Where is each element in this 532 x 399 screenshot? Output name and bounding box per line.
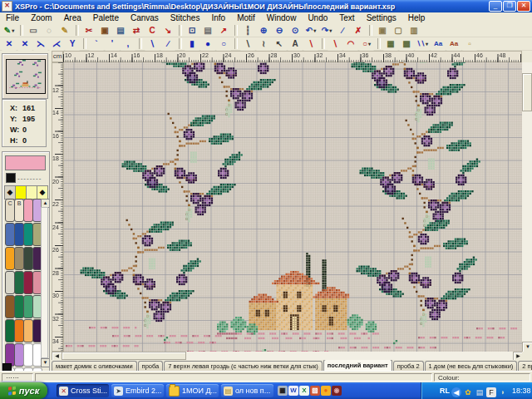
menu-zoom[interactable]: Zoom: [25, 12, 58, 23]
dropdown-arrow-icon[interactable]: ▾: [329, 27, 332, 33]
page-back-icon[interactable]: ▥: [406, 23, 421, 37]
taskbar-task[interactable]: ▤ол нов п...: [221, 384, 273, 397]
lasso-select-icon[interactable]: ◌: [42, 23, 57, 37]
palette-scrollbar[interactable]: [41, 207, 48, 358]
player-icon[interactable]: ◉: [332, 386, 342, 396]
font-latin-icon[interactable]: Aa: [431, 37, 446, 51]
pattern-preview-canvas[interactable]: [7, 60, 43, 91]
freehand-select-icon[interactable]: ✎: [57, 23, 72, 37]
half-stitch-left-icon[interactable]: ⋋: [33, 37, 48, 51]
tab-4[interactable]: последний вариант: [323, 360, 392, 371]
move-selection-icon[interactable]: ↘: [160, 23, 175, 37]
quarter-stitch-2-icon[interactable]: ': [105, 37, 120, 51]
dropdown-arrow-icon[interactable]: ▾: [12, 27, 14, 33]
start-button[interactable]: пуск: [0, 382, 47, 399]
couching-stitch-icon[interactable]: ∖: [328, 37, 342, 51]
motif-library-icon[interactable]: ▦: [383, 37, 398, 51]
menu-info[interactable]: Info: [205, 12, 231, 23]
color-a-cell[interactable]: [15, 185, 27, 200]
language-indicator[interactable]: RL: [440, 387, 450, 395]
page-new-icon[interactable]: ▢: [391, 23, 406, 37]
outline-knot-icon[interactable]: ○▾: [359, 37, 374, 51]
menu-motif[interactable]: Motif: [231, 12, 261, 23]
marquee-icon[interactable]: ▫: [462, 37, 477, 51]
full-cross-stitch-icon[interactable]: ✕: [2, 37, 17, 51]
monitor-icon[interactable]: ⊡: [185, 23, 200, 37]
blend-b-cell[interactable]: ◆: [37, 185, 48, 200]
redo-icon[interactable]: ↷▾: [319, 23, 334, 37]
taskbar-task[interactable]: ✕Cross Sti...: [57, 384, 109, 397]
tab-3[interactable]: 7 верхн левая гроздь (с частью ниж ветки…: [164, 361, 323, 371]
rotate-icon[interactable]: C: [145, 23, 160, 37]
stitch-sample-square[interactable]: [6, 173, 16, 183]
close-button[interactable]: ✕: [517, 1, 530, 12]
long-stitch-icon[interactable]: ∖: [240, 37, 255, 51]
tab-2[interactable]: проба: [138, 361, 164, 371]
pattern-canvas[interactable]: [63, 62, 523, 352]
word-icon[interactable]: W: [288, 386, 298, 396]
zoom-in-icon[interactable]: ⊕: [256, 23, 271, 37]
menu-palette[interactable]: Palette: [87, 12, 125, 23]
hide-icons-chevron[interactable]: ◀: [451, 387, 461, 397]
palette-scroll-down[interactable]: ▼: [41, 358, 50, 367]
menu-canvas[interactable]: Canvas: [125, 12, 165, 23]
font-tool-icon[interactable]: F: [486, 387, 496, 397]
messenger-icon[interactable]: ●: [321, 386, 331, 396]
menu-stitches[interactable]: Stitches: [165, 12, 206, 23]
page-copy-icon[interactable]: ▣: [375, 23, 390, 37]
straight-stitch-icon[interactable]: ▮: [185, 37, 200, 51]
taskbar-task[interactable]: ➤Embird 2...: [111, 384, 164, 397]
tab-6[interactable]: 1 дом (не весь для стыковки): [425, 361, 518, 371]
blend-a-cell[interactable]: ◆: [4, 185, 16, 200]
cut-icon[interactable]: ✂: [81, 23, 96, 37]
mail-icon[interactable]: ▤: [475, 387, 485, 397]
current-color-swatch[interactable]: [5, 155, 46, 170]
minimize-button[interactable]: _: [489, 1, 502, 12]
rya-stitch-icon[interactable]: ≀: [256, 37, 271, 51]
half-stitch-right-icon[interactable]: ⋌: [49, 37, 64, 51]
vertical-scroll-thumb[interactable]: [522, 73, 532, 111]
zoom-actual-icon[interactable]: ⊙: [288, 23, 303, 37]
dropdown-arrow-icon[interactable]: ▾: [368, 41, 371, 47]
zoom-out-icon[interactable]: ⊖: [272, 23, 287, 37]
line-tool-icon[interactable]: ∕: [335, 23, 350, 37]
bead-icon[interactable]: ●: [200, 37, 215, 51]
draw-tool-icon[interactable]: ✎▾: [2, 23, 17, 37]
french-knot-icon[interactable]: ○: [216, 37, 231, 51]
backstitch-right-icon[interactable]: ∕: [160, 37, 175, 51]
icq-flower-icon[interactable]: ✿: [463, 387, 473, 397]
rect-select-icon[interactable]: ▭: [26, 23, 41, 37]
menu-text[interactable]: Text: [333, 12, 360, 23]
tab-1[interactable]: макет домик с оливочками: [52, 361, 137, 371]
color-b-cell[interactable]: [26, 185, 37, 200]
print-icon[interactable]: ▤: [200, 23, 215, 37]
dropdown-arrow-icon[interactable]: ▾: [426, 41, 428, 47]
dropdown-arrow-icon[interactable]: ▾: [313, 27, 316, 33]
maximize-button[interactable]: ❐: [503, 1, 516, 12]
menu-settings[interactable]: Settings: [361, 12, 402, 23]
undo-icon[interactable]: ↶▾: [303, 23, 318, 37]
tab-5[interactable]: проба 2: [393, 361, 424, 371]
thread-icon[interactable]: ┇: [240, 23, 255, 37]
paste-icon[interactable]: ▤: [113, 23, 128, 37]
delete-icon[interactable]: ✗: [351, 23, 366, 37]
menu-undo[interactable]: Undo: [302, 12, 333, 23]
menu-area[interactable]: Area: [58, 12, 87, 23]
sequin-icon[interactable]: ↖: [272, 37, 287, 51]
backstitch-left-icon[interactable]: ∖: [145, 37, 160, 51]
taskbar-task[interactable]: 1МОИ Д...: [166, 384, 219, 397]
special-stitch-icon[interactable]: ∖: [303, 37, 318, 51]
calculator-icon[interactable]: ▦: [278, 386, 288, 396]
backstitch-pair-icon[interactable]: ∖∖▾: [415, 37, 430, 51]
horizontal-scroll-thumb[interactable]: [62, 352, 186, 360]
paint-icon[interactable]: ▧: [310, 386, 320, 396]
hardanger-icon[interactable]: A: [288, 37, 303, 51]
menu-help[interactable]: Help: [402, 12, 431, 23]
copy-icon[interactable]: ▣: [97, 23, 112, 37]
export-icon[interactable]: ↗: [216, 23, 231, 37]
network-icon[interactable]: ◗: [498, 387, 508, 397]
quarter-stitch-3-icon[interactable]: ,: [121, 37, 135, 51]
quarter-stitch-1-icon[interactable]: `: [89, 37, 104, 51]
menu-window[interactable]: Window: [261, 12, 303, 23]
curve-stitch-icon[interactable]: ◠: [343, 37, 358, 51]
